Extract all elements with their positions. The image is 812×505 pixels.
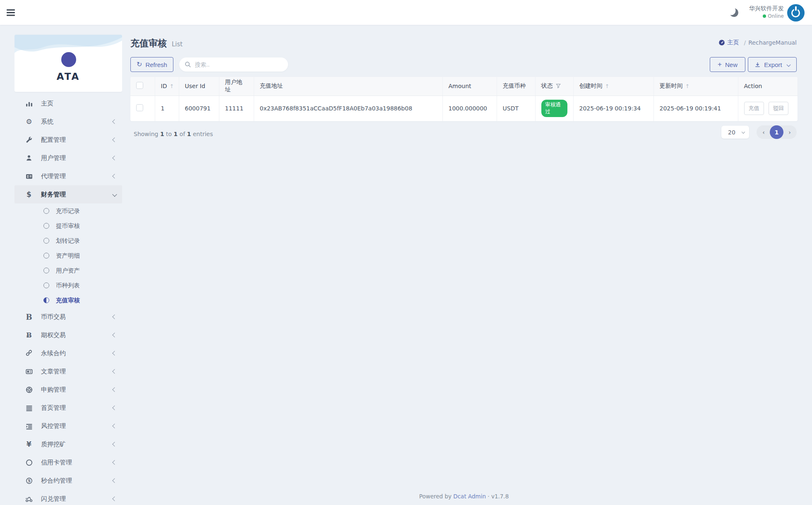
- sidebar-item-second-contract[interactable]: 5 秒合约管理: [14, 471, 122, 490]
- sidebar-item-credit-card[interactable]: 信用卡管理: [14, 453, 122, 471]
- sidebar-subitem-asset-detail[interactable]: 资产明细: [14, 248, 122, 263]
- motorcycle-icon: [24, 495, 34, 503]
- export-button[interactable]: Export: [748, 57, 797, 72]
- chevron-left-icon: [112, 137, 117, 142]
- sidebar-item-system[interactable]: ⚙ 系统: [14, 112, 122, 131]
- recharge-action-button[interactable]: 充值: [744, 102, 764, 115]
- breadcrumb-separator: /: [744, 39, 746, 46]
- sidebar-item-config[interactable]: 配置管理: [14, 131, 122, 149]
- sidebar-item-subscription[interactable]: 申购管理: [14, 381, 122, 399]
- select-all-cell: [130, 77, 155, 96]
- col-action: Action: [738, 77, 798, 96]
- sidebar-item-options-trade[interactable]: Ƀ 期权交易: [14, 326, 122, 344]
- app-root: 华兴软件开发 Online ATA 主页 ⚙: [0, 0, 812, 505]
- dcat-admin-link[interactable]: Dcat Admin: [453, 493, 486, 500]
- sidebar-item-perpetual[interactable]: 永续合约: [14, 344, 122, 362]
- sidebar-subitem-withdraw-review[interactable]: 提币审核: [14, 218, 122, 233]
- sidebar-item-finance[interactable]: $ 财务管理: [14, 185, 122, 203]
- sort-asc-icon[interactable]: ↑: [605, 83, 610, 89]
- sidebar-subitem-transfer-records[interactable]: 划转记录: [14, 233, 122, 248]
- new-label: New: [725, 61, 738, 68]
- chart-bar-icon: [24, 100, 34, 107]
- sort-asc-icon[interactable]: ↑: [685, 83, 690, 89]
- page-size-value: 20: [728, 129, 735, 136]
- wrench-icon: [24, 136, 34, 143]
- filter-funnel-icon[interactable]: [556, 84, 561, 89]
- col-created[interactable]: 创建时间↑: [573, 77, 653, 96]
- search-input[interactable]: [195, 57, 284, 72]
- user-icon: [24, 155, 34, 161]
- half-circle-icon: [43, 297, 49, 303]
- cell-status: 审核通过: [535, 96, 573, 121]
- brand-name: 华兴软件开发: [749, 4, 784, 12]
- reject-action-button[interactable]: 驳回: [769, 102, 788, 115]
- sidebar-item-label: 闪兑管理: [41, 495, 66, 503]
- page-size-select[interactable]: 20: [721, 126, 749, 139]
- sidebar-item-staking[interactable]: ¥ 质押挖矿: [14, 435, 122, 453]
- sidebar-item-label: 用户管理: [41, 154, 66, 162]
- sidebar-subitem-deposit-records[interactable]: 充币记录: [14, 203, 122, 218]
- cell-recharge-addr: 0x23AB768f8351aCCaaD5fF18A0Eb7a03a19886b…: [254, 96, 442, 121]
- sidebar-item-risk-control[interactable]: 风控管理: [14, 417, 122, 435]
- page-subtitle: List: [172, 41, 183, 48]
- refresh-icon: ↻: [137, 61, 142, 68]
- sort-asc-icon[interactable]: ↑: [169, 83, 174, 89]
- current-page-button[interactable]: 1: [770, 125, 783, 139]
- sidebar-item-agents[interactable]: 代理管理: [14, 167, 122, 185]
- chevron-down-icon: [786, 62, 790, 67]
- prev-page-button[interactable]: ‹: [757, 129, 770, 136]
- gear-icon: ⚙: [24, 117, 34, 126]
- sidebar-logo-card[interactable]: ATA: [14, 35, 122, 92]
- sidebar-subitem-recharge-review[interactable]: 充值审核: [14, 293, 122, 308]
- sidebar-item-spot-trade[interactable]: B 币币交易: [14, 308, 122, 326]
- sidebar-item-homepage[interactable]: 首页管理: [14, 399, 122, 417]
- gauge-icon: [718, 39, 725, 46]
- sidebar-subitem-label: 充币记录: [56, 207, 80, 215]
- select-all-checkbox[interactable]: [136, 82, 143, 89]
- sidebar-item-flash-exchange[interactable]: 闪兑管理: [14, 490, 122, 505]
- chevron-left-icon: [112, 424, 117, 428]
- search-icon: [185, 61, 191, 68]
- cell-created: 2025-06-19 00:19:34: [573, 96, 653, 121]
- footer-version: v1.7.8: [491, 493, 509, 500]
- sidebar-item-label: 质押挖矿: [41, 440, 66, 448]
- circle-icon: [43, 223, 49, 229]
- breadcrumb-home-link[interactable]: 主页: [728, 39, 739, 46]
- hamburger-menu-icon[interactable]: [7, 12, 15, 13]
- chevron-left-icon: [112, 442, 117, 446]
- next-page-button[interactable]: ›: [783, 129, 796, 136]
- sidebar-item-users[interactable]: 用户管理: [14, 149, 122, 167]
- finance-submenu: 充币记录 提币审核 划转记录 资产明细 用户资产 币种列表 充值审核: [14, 203, 122, 308]
- sidebar-item-home[interactable]: 主页: [14, 94, 122, 112]
- chevron-left-icon: [112, 156, 117, 160]
- sidebar-item-label: 永续合约: [41, 349, 66, 357]
- status-badge: 审核通过: [541, 100, 567, 117]
- chevron-left-icon: [112, 387, 117, 392]
- circle-icon: [43, 268, 49, 273]
- sidebar-subitem-label: 币种列表: [56, 282, 80, 290]
- table-row: 1 6000791 11111 0x23AB768f8351aCCaaD5fF1…: [130, 96, 798, 121]
- sidebar-subitem-user-assets[interactable]: 用户资产: [14, 263, 122, 278]
- avatar[interactable]: [787, 4, 805, 22]
- sidebar-item-label: 首页管理: [41, 404, 66, 412]
- breadcrumb-current: RechargeManual: [748, 39, 797, 46]
- col-id[interactable]: ID↑: [155, 77, 179, 96]
- col-status[interactable]: 状态: [535, 77, 573, 96]
- row-checkbox[interactable]: [136, 104, 143, 111]
- col-updated[interactable]: 更新时间↑: [653, 77, 738, 96]
- new-button[interactable]: + New: [710, 57, 745, 72]
- chain-link-icon: [24, 350, 34, 357]
- sidebar-item-articles[interactable]: 文章管理: [14, 362, 122, 381]
- chevron-down-icon: [742, 130, 745, 134]
- sidebar-nav: 主页 ⚙ 系统 配置管理 用户管理: [14, 94, 122, 505]
- dark-mode-moon-icon[interactable]: [730, 8, 738, 17]
- powered-by-text: Powered by: [419, 493, 452, 500]
- sidebar-item-label: 信用卡管理: [41, 459, 72, 467]
- sidebar-subitem-coin-list[interactable]: 币种列表: [14, 278, 122, 293]
- refresh-button[interactable]: ↻ Refresh: [130, 57, 173, 72]
- toolbar-right: + New Export: [710, 57, 797, 72]
- yen-icon: ¥: [24, 440, 34, 448]
- cell-updated: 2025-06-19 00:19:41: [653, 96, 738, 121]
- sidebar-subitem-label: 充值审核: [56, 297, 80, 304]
- pager: ‹ 1 ›: [757, 125, 797, 139]
